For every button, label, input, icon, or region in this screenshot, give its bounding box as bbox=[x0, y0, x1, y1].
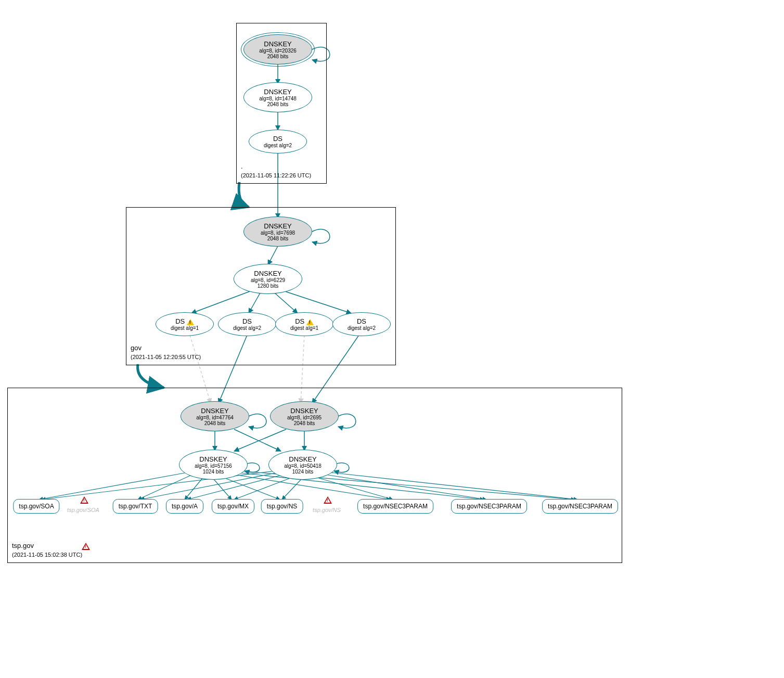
dnssec-graph: . (2021-11-05 11:22:26 UTC) gov (2021-11… bbox=[0, 0, 784, 678]
node-root-zsk[interactable]: DNSKEY alg=8, id=14748 2048 bits bbox=[243, 82, 312, 112]
node-tsp-zsk1[interactable]: DNSKEY alg=8, id=57156 1024 bits bbox=[179, 450, 248, 480]
node-tsp-ksk1[interactable]: DNSKEY alg=8, id=47764 2048 bits bbox=[181, 401, 249, 431]
error-icon bbox=[80, 496, 88, 506]
rr-np2[interactable]: tsp.gov/NSEC3PARAM bbox=[451, 499, 527, 514]
warning-icon bbox=[306, 319, 314, 325]
error-icon bbox=[82, 543, 90, 552]
node-tsp-ksk2[interactable]: DNSKEY alg=8, id=2695 2048 bits bbox=[270, 401, 339, 431]
node-gov-ds4[interactable]: DS digest alg=2 bbox=[332, 312, 391, 336]
node-root-ksk[interactable]: DNSKEY alg=8, id=20326 2048 bits bbox=[243, 34, 312, 65]
zone-gov-name: gov bbox=[131, 344, 142, 352]
ghost-ns: tsp.gov/NS bbox=[313, 507, 341, 513]
edge-zone-gov-to-tsp bbox=[138, 364, 164, 388]
warning-icon bbox=[187, 319, 194, 325]
node-root-ds[interactable]: DS digest alg=2 bbox=[249, 130, 307, 153]
zone-root-name: . bbox=[241, 162, 243, 170]
rr-a[interactable]: tsp.gov/A bbox=[166, 499, 203, 514]
zone-tspgov-ts: (2021-11-05 15:02:38 UTC) bbox=[12, 552, 82, 558]
zone-gov-ts: (2021-11-05 12:20:55 UTC) bbox=[131, 354, 201, 360]
node-gov-ds2[interactable]: DS digest alg=2 bbox=[218, 312, 276, 336]
rr-ns[interactable]: tsp.gov/NS bbox=[261, 499, 303, 514]
zone-tspgov-name: tsp.gov bbox=[12, 542, 34, 549]
node-gov-ds3[interactable]: DS digest alg=1 bbox=[275, 312, 333, 336]
rr-np3[interactable]: tsp.gov/NSEC3PARAM bbox=[542, 499, 618, 514]
edge-zone-root-to-gov bbox=[239, 182, 249, 207]
node-gov-ds1[interactable]: DS digest alg=1 bbox=[156, 312, 214, 336]
ghost-soa: tsp.gov/SOA bbox=[67, 507, 99, 513]
rr-mx[interactable]: tsp.gov/MX bbox=[212, 499, 254, 514]
zone-root-ts: (2021-11-05 11:22:26 UTC) bbox=[241, 172, 311, 178]
error-icon bbox=[324, 496, 332, 506]
rr-soa[interactable]: tsp.gov/SOA bbox=[13, 499, 59, 514]
rr-txt[interactable]: tsp.gov/TXT bbox=[113, 499, 158, 514]
rr-np1[interactable]: tsp.gov/NSEC3PARAM bbox=[357, 499, 433, 514]
node-tsp-zsk2[interactable]: DNSKEY alg=8, id=50418 1024 bits bbox=[268, 450, 337, 480]
node-gov-zsk[interactable]: DNSKEY alg=8, id=6229 1280 bits bbox=[234, 264, 302, 294]
node-gov-ksk[interactable]: DNSKEY alg=8, id=7698 2048 bits bbox=[243, 216, 312, 247]
